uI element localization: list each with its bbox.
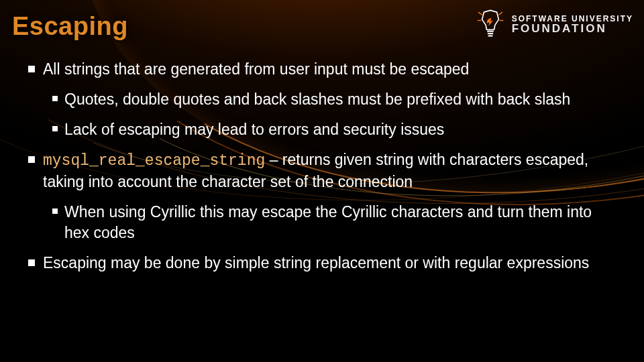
list-item: When using Cyrillic this may escape the … (52, 202, 616, 243)
bullet-text: mysql_real_escape_string – returns given… (43, 149, 616, 192)
brand-line2: FOUNDATION (512, 23, 633, 34)
svg-rect-0 (487, 31, 494, 32)
list-item: Quotes, double quotes and back slashes m… (52, 89, 616, 110)
slide-title: Escaping (12, 12, 128, 41)
slide: Escaping SOFTWARE UNIVERSITY FOUNDATION … (0, 0, 644, 362)
list-item: Escaping may be done by simple string re… (28, 253, 616, 274)
slide-body: All strings that are generated from user… (28, 59, 616, 283)
brand-text: SOFTWARE UNIVERSITY FOUNDATION (512, 15, 633, 34)
bullet-icon (52, 208, 58, 214)
lightbulb-icon (476, 9, 505, 39)
bullet-icon (28, 66, 35, 72)
list-item: mysql_real_escape_string – returns given… (28, 149, 616, 243)
list-item: Lack of escaping may lead to errors and … (52, 119, 616, 140)
bullet-icon (52, 126, 58, 131)
bullet-text: Lack of escaping may lead to errors and … (64, 119, 616, 140)
bullet-icon (28, 259, 35, 266)
svg-line-3 (478, 12, 482, 15)
svg-line-4 (498, 12, 502, 15)
bullet-icon (52, 96, 58, 101)
code-span: mysql_real_escape_string (43, 152, 265, 170)
bullet-text: Escaping may be done by simple string re… (43, 253, 616, 274)
svg-rect-1 (488, 33, 493, 34)
bullet-text: All strings that are generated from user… (43, 59, 616, 80)
svg-rect-2 (488, 36, 492, 37)
bullet-icon (28, 156, 35, 163)
bullet-text: Quotes, double quotes and back slashes m… (64, 89, 616, 110)
brand-line1: SOFTWARE UNIVERSITY (512, 15, 633, 23)
list-item: All strings that are generated from user… (28, 59, 616, 140)
bullet-text: When using Cyrillic this may escape the … (64, 202, 616, 243)
brand-logo: SOFTWARE UNIVERSITY FOUNDATION (476, 9, 633, 39)
